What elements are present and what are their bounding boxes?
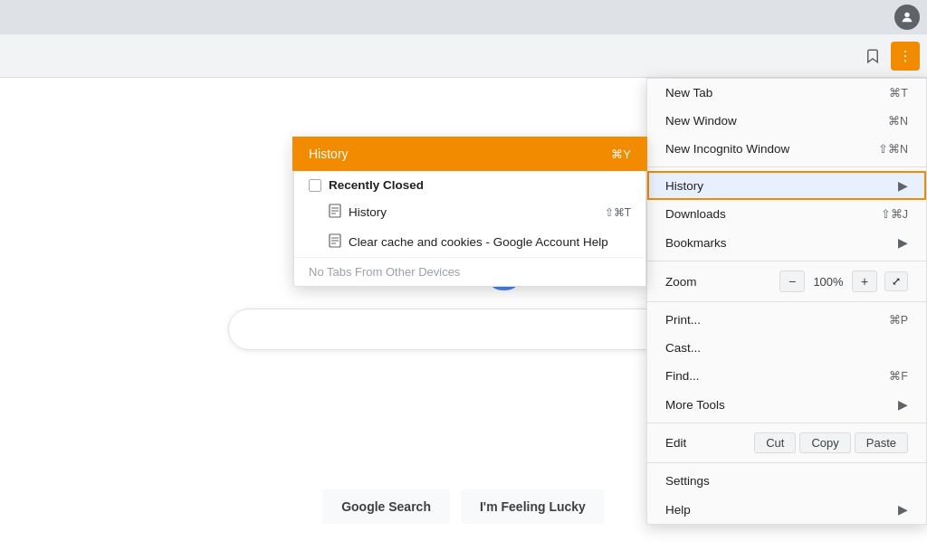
menu-item-downloads-shortcut: ⇧⌘J	[881, 207, 908, 221]
menu-item-history-label: History	[665, 179, 894, 193]
menu-button[interactable]	[891, 42, 920, 71]
zoom-row: Zoom − 100% + ⤢	[647, 265, 926, 298]
menu-item-new-window-shortcut: ⌘N	[888, 114, 908, 128]
help-arrow-icon: ▶	[898, 502, 908, 517]
menu-item-new-tab-shortcut: ⌘T	[889, 86, 908, 100]
menu-item-find-shortcut: ⌘F	[889, 369, 908, 383]
menu-item-incognito-shortcut: ⇧⌘N	[878, 142, 908, 156]
menu-item-help-label: Help	[665, 503, 894, 517]
menu-item-new-tab[interactable]: New Tab ⌘T	[647, 79, 926, 107]
history-submenu-header[interactable]: History ⌘Y	[294, 138, 645, 169]
recently-closed-label: Recently Closed	[329, 178, 424, 192]
menu-divider-1	[647, 166, 926, 167]
menu-item-settings[interactable]: Settings	[647, 467, 926, 495]
menu-item-bookmarks[interactable]: Bookmarks ▶	[647, 228, 926, 257]
bookmark-button[interactable]	[858, 42, 887, 71]
svg-point-3	[904, 60, 906, 62]
more-tools-arrow-icon: ▶	[898, 397, 908, 412]
search-buttons: Google Search I'm Feeling Lucky	[322, 489, 605, 524]
menu-item-print[interactable]: Print... ⌘P	[647, 306, 926, 334]
history-arrow-icon: ▶	[898, 178, 908, 193]
history-submenu-item-history[interactable]: History ⇧⌘T	[294, 197, 645, 227]
doc-icon-history	[329, 204, 341, 221]
menu-item-history[interactable]: History ▶	[647, 171, 926, 200]
menu-divider-4	[647, 422, 926, 423]
svg-point-1	[904, 50, 906, 52]
menu-item-incognito-label: New Incognito Window	[665, 142, 878, 156]
menu-item-find[interactable]: Find... ⌘F	[647, 362, 926, 390]
history-item-shortcut: ⇧⌘T	[605, 206, 631, 219]
menu-item-bookmarks-label: Bookmarks	[665, 236, 894, 250]
clear-cache-label: Clear cache and cookies - Google Account…	[349, 235, 631, 249]
menu-item-find-label: Find...	[665, 369, 889, 383]
history-submenu-item-clear-cache[interactable]: Clear cache and cookies - Google Account…	[294, 227, 645, 257]
paste-button[interactable]: Paste	[855, 432, 908, 453]
zoom-fullscreen-button[interactable]: ⤢	[884, 271, 908, 291]
menu-item-cast[interactable]: Cast...	[647, 334, 926, 362]
menu-item-cast-label: Cast...	[665, 341, 908, 355]
feeling-lucky-button[interactable]: I'm Feeling Lucky	[461, 489, 605, 524]
bookmarks-arrow-icon: ▶	[898, 235, 908, 250]
menu-divider-2	[647, 261, 926, 261]
menu-item-downloads-label: Downloads	[665, 207, 881, 221]
browser-toolbar	[0, 34, 927, 78]
menu-item-more-tools[interactable]: More Tools ▶	[647, 390, 926, 419]
menu-item-settings-label: Settings	[665, 474, 908, 488]
profile-icon[interactable]	[894, 5, 920, 30]
menu-item-print-label: Print...	[665, 313, 889, 327]
history-submenu-shortcut: ⌘Y	[611, 147, 631, 161]
zoom-plus-button[interactable]: +	[852, 271, 877, 292]
recently-closed-checkbox[interactable]	[309, 179, 321, 192]
browser-titlebar	[0, 0, 927, 34]
search-bar[interactable]	[228, 308, 699, 350]
svg-point-2	[904, 54, 906, 56]
history-submenu: History ⌘Y Recently Closed History ⇧⌘T C…	[293, 138, 646, 287]
menu-item-new-window-label: New Window	[665, 114, 888, 128]
menu-item-print-shortcut: ⌘P	[889, 313, 908, 327]
doc-icon-clear	[329, 233, 341, 251]
history-item-label: History	[349, 205, 597, 219]
menu-divider-3	[647, 301, 926, 302]
zoom-minus-button[interactable]: −	[779, 271, 805, 292]
chrome-menu: New Tab ⌘T New Window ⌘N New Incognito W…	[646, 78, 927, 525]
edit-row: Edit Cut Copy Paste	[647, 427, 926, 459]
menu-item-more-tools-label: More Tools	[665, 398, 894, 412]
copy-button[interactable]: Copy	[799, 432, 850, 453]
menu-item-new-window[interactable]: New Window ⌘N	[647, 107, 926, 135]
zoom-controls: − 100% + ⤢	[779, 271, 908, 292]
menu-item-help[interactable]: Help ▶	[647, 495, 926, 524]
svg-point-0	[904, 13, 909, 17]
edit-label: Edit	[665, 436, 754, 450]
menu-item-incognito[interactable]: New Incognito Window ⇧⌘N	[647, 135, 926, 163]
menu-divider-5	[647, 462, 926, 463]
edit-buttons: Cut Copy Paste	[754, 432, 908, 453]
history-submenu-footer: No Tabs From Other Devices	[294, 257, 645, 286]
cut-button[interactable]: Cut	[754, 432, 796, 453]
google-search-button[interactable]: Google Search	[322, 489, 450, 524]
recently-closed-section: Recently Closed	[294, 169, 645, 197]
zoom-label: Zoom	[665, 275, 779, 289]
menu-item-new-tab-label: New Tab	[665, 86, 889, 100]
zoom-value: 100%	[808, 275, 848, 289]
menu-item-downloads[interactable]: Downloads ⇧⌘J	[647, 200, 926, 228]
history-submenu-header-label: History	[309, 147, 349, 161]
